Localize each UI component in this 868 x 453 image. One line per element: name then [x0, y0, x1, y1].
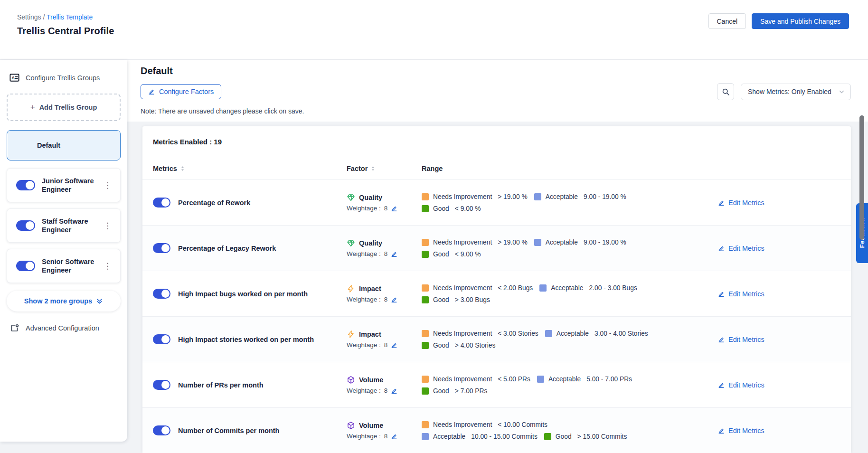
configure-factors-button[interactable]: Configure Factors: [141, 84, 221, 99]
range-cell: Needs Improvement > 19.00 % Acceptable 9…: [422, 239, 664, 258]
range-chip-acceptable: Acceptable 2.00 - 3.00 Bugs: [539, 284, 637, 292]
group-enabled-toggle[interactable]: [16, 261, 35, 271]
column-header-metrics[interactable]: Metrics: [153, 165, 347, 172]
metric-cell: High Impact stories worked on per month: [153, 334, 347, 344]
toolbar-row: Configure Factors Show Metrics: Only Ena…: [141, 83, 851, 100]
breadcrumb-trellis-template[interactable]: Trellis Template: [47, 13, 93, 21]
range-label: Good: [433, 205, 449, 212]
acceptable-swatch: [534, 239, 541, 246]
metric-enabled-toggle[interactable]: [153, 198, 170, 208]
vertical-scrollbar[interactable]: [859, 115, 864, 240]
chevron-down-icon: [839, 89, 845, 95]
lightning-impact-icon: [347, 330, 355, 339]
edit-metrics-link[interactable]: Edit Metrics: [718, 199, 764, 207]
range-value: < 9.00 %: [455, 205, 481, 212]
metric-row: Number of PRs per month Volume Weightage…: [142, 362, 851, 408]
range-value: > 7.00 PRs: [455, 387, 488, 395]
metric-enabled-toggle[interactable]: [153, 334, 170, 344]
edit-weightage-icon[interactable]: [391, 387, 397, 394]
kebab-menu-icon[interactable]: ⋮: [100, 259, 115, 273]
edit-weightage-icon[interactable]: [391, 296, 397, 303]
range-value: > 15.00 Commits: [577, 433, 627, 440]
edit-metrics-link[interactable]: Edit Metrics: [718, 336, 764, 343]
range-label: Good: [433, 342, 449, 349]
needs-improvement-swatch: [422, 330, 429, 337]
edit-metrics-link[interactable]: Edit Metrics: [718, 245, 764, 252]
edit-weightage-icon[interactable]: [391, 433, 397, 440]
metric-enabled-toggle[interactable]: [153, 380, 170, 390]
column-header-factor[interactable]: Factor: [347, 165, 422, 172]
factor-cell: Volume Weightage :8: [347, 421, 422, 440]
edit-cell: Edit Metrics: [664, 381, 840, 389]
metric-name: High Impact bugs worked on per month: [178, 290, 308, 298]
range-value: > 3.00 Bugs: [455, 296, 490, 303]
edit-metrics-pencil-icon: [718, 382, 725, 388]
sidebar-item-default[interactable]: Default: [7, 130, 121, 160]
range-label: Needs Improvement: [433, 284, 492, 292]
acceptable-swatch: [534, 193, 541, 200]
lightning-impact-icon: [347, 284, 355, 293]
show-metrics-dropdown[interactable]: Show Metrics: Only Enabled: [741, 84, 851, 100]
gem-quality-icon: [347, 239, 355, 247]
show-more-groups-button[interactable]: Show 2 more groups: [7, 291, 121, 311]
edit-metrics-link[interactable]: Edit Metrics: [718, 381, 764, 389]
weightage-value: 8: [384, 433, 388, 440]
weightage: Weightage :8: [347, 433, 422, 440]
metric-name: High Impact stories worked on per month: [178, 336, 314, 343]
edit-weightage-icon[interactable]: [391, 251, 397, 257]
edit-metrics-link[interactable]: Edit Metrics: [718, 290, 764, 298]
range-cell: Needs Improvement < 3.00 Stories Accepta…: [422, 330, 664, 349]
range-chip-good: Good > 4.00 Stories: [422, 342, 495, 349]
factor-name: Quality: [359, 239, 382, 247]
sort-icon[interactable]: [370, 165, 376, 172]
sidebar-section-header: A Configure Trellis Groups: [7, 72, 121, 83]
group-name: Junior Software Engineer: [35, 177, 100, 194]
edit-metrics-link[interactable]: Edit Metrics: [718, 427, 764, 434]
sort-icon[interactable]: [180, 165, 185, 172]
metrics-column-label: Metrics: [153, 165, 177, 172]
metric-name: Percentage of Legacy Rework: [178, 245, 276, 252]
sidebar-group-card[interactable]: Staff Software Engineer ⋮: [7, 208, 121, 243]
metric-enabled-toggle[interactable]: [153, 425, 170, 435]
kebab-menu-icon[interactable]: ⋮: [100, 179, 115, 192]
factor-name: Volume: [359, 422, 383, 429]
page-header: Settings / Trellis Template Trellis Cent…: [0, 0, 868, 60]
edit-weightage-icon[interactable]: [391, 205, 397, 212]
breadcrumb-settings[interactable]: Settings: [17, 13, 41, 21]
range-value: 10.00 - 15.00 Commits: [471, 433, 538, 440]
group-enabled-toggle[interactable]: [16, 180, 35, 190]
group-title: Default: [141, 66, 851, 76]
weightage-label: Weightage :: [347, 433, 381, 440]
metric-enabled-toggle[interactable]: [153, 243, 170, 253]
metric-enabled-toggle[interactable]: [153, 289, 170, 299]
cancel-button[interactable]: Cancel: [708, 13, 746, 29]
edit-cell: Edit Metrics: [664, 427, 840, 434]
kebab-menu-icon[interactable]: ⋮: [100, 219, 115, 233]
range-label: Good: [433, 296, 449, 303]
save-publish-button[interactable]: Save and Publish Changes: [752, 13, 849, 29]
weightage-value: 8: [384, 205, 388, 212]
metric-cell: Percentage of Rework: [153, 198, 347, 208]
search-button[interactable]: [717, 83, 734, 100]
range-value: < 5.00 PRs: [498, 376, 530, 383]
sidebar-group-card[interactable]: Junior Software Engineer ⋮: [7, 168, 121, 202]
group-enabled-toggle[interactable]: [16, 220, 35, 231]
weightage-label: Weightage :: [347, 250, 381, 257]
range-chip-good: Good < 9.00 %: [422, 205, 481, 212]
edit-weightage-icon[interactable]: [391, 342, 397, 349]
range-value: 5.00 - 7.00 PRs: [586, 376, 632, 383]
badge-card-icon: A: [9, 72, 20, 83]
advanced-configuration-button[interactable]: Advanced Configuration: [7, 323, 121, 333]
add-trellis-group-button[interactable]: + Add Trellis Group: [7, 94, 121, 121]
show-metrics-dropdown-value: Show Metrics: Only Enabled: [748, 88, 831, 95]
edit-metrics-pencil-icon: [718, 291, 725, 297]
range-label: Acceptable: [548, 376, 581, 383]
range-chip-needs-improvement: Needs Improvement > 19.00 %: [422, 239, 528, 246]
toggle-knob: [161, 335, 170, 343]
edit-metrics-label: Edit Metrics: [728, 245, 764, 252]
edit-metrics-pencil-icon: [718, 336, 725, 343]
sidebar-group-card[interactable]: Senior Software Engineer ⋮: [7, 249, 121, 283]
trellis-groups-sidebar: A Configure Trellis Groups + Add Trellis…: [0, 60, 127, 442]
main-panel: Default Configure Factors: [127, 60, 868, 453]
sidebar-section-title: Configure Trellis Groups: [26, 74, 100, 82]
